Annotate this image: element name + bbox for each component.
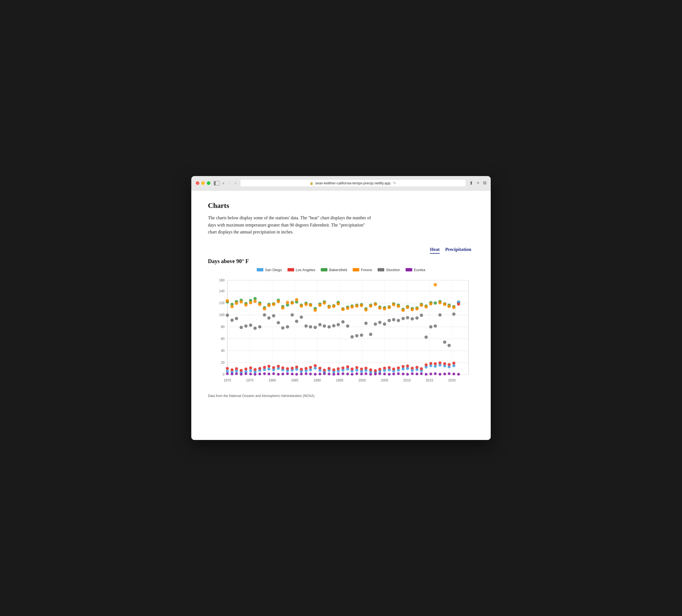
svg-point-118 <box>341 308 345 311</box>
svg-point-96 <box>240 300 243 303</box>
svg-text:2010: 2010 <box>403 379 411 382</box>
legend-fresno: Fresno <box>353 268 372 272</box>
svg-point-114 <box>323 301 326 305</box>
reload-icon[interactable]: ↻ <box>393 181 396 185</box>
svg-point-94 <box>230 305 234 308</box>
forward-button[interactable]: › <box>234 181 236 186</box>
tab-heat[interactable]: Heat <box>430 247 440 254</box>
traffic-lights <box>196 181 210 185</box>
back-button[interactable]: ‹ <box>228 181 231 186</box>
svg-point-293 <box>443 362 446 365</box>
svg-point-104 <box>277 300 280 303</box>
page-title: Charts <box>208 202 474 210</box>
svg-point-185 <box>415 316 418 320</box>
svg-point-178 <box>383 322 386 326</box>
maximize-button[interactable] <box>207 181 210 185</box>
svg-point-276 <box>365 366 368 369</box>
svg-point-285 <box>406 364 409 367</box>
svg-point-146 <box>235 317 238 320</box>
svg-point-190 <box>438 313 441 317</box>
svg-point-111 <box>309 303 312 307</box>
svg-point-93 <box>226 299 229 302</box>
sidebar-toggle[interactable] <box>214 181 220 185</box>
close-button[interactable] <box>196 181 199 185</box>
svg-point-311 <box>291 372 294 375</box>
svg-point-249 <box>240 369 243 372</box>
browser-window: ∨ ‹ › 🔒 sean-kelliher-california-temps-p… <box>191 176 491 440</box>
svg-point-173 <box>360 334 363 337</box>
svg-point-248 <box>235 367 238 370</box>
svg-text:1990: 1990 <box>314 379 321 382</box>
svg-point-100 <box>258 303 262 306</box>
page-description: The charts below display some of the sta… <box>208 214 374 236</box>
svg-point-287 <box>415 366 418 369</box>
svg-point-269 <box>333 368 336 371</box>
svg-point-169 <box>341 320 345 323</box>
address-bar[interactable]: 🔒 sean-kelliher-california-temps-precip.… <box>240 179 466 187</box>
svg-point-321 <box>337 372 340 375</box>
tab-precipitation[interactable]: Precipitation <box>445 247 471 254</box>
legend-dot-bakersfield <box>321 268 327 271</box>
tabs-icon[interactable]: ⧉ <box>483 181 486 186</box>
svg-point-253 <box>258 367 262 370</box>
svg-point-170 <box>346 324 349 328</box>
svg-point-347 <box>457 373 460 375</box>
svg-point-120 <box>350 305 354 309</box>
legend-eureka: Eureka <box>406 268 425 272</box>
svg-point-122 <box>360 304 363 307</box>
svg-point-256 <box>272 366 275 369</box>
svg-point-184 <box>411 317 414 320</box>
svg-point-246 <box>226 367 229 370</box>
minimize-button[interactable] <box>201 181 205 185</box>
svg-point-252 <box>254 368 257 371</box>
svg-point-291 <box>434 362 437 365</box>
legend-dot-eureka <box>406 268 412 271</box>
svg-point-336 <box>406 373 409 375</box>
svg-point-316 <box>314 373 317 375</box>
svg-point-87 <box>434 301 437 305</box>
svg-point-261 <box>295 365 298 368</box>
svg-text:1995: 1995 <box>336 379 343 382</box>
legend-label-bakersfield: Bakersfield <box>329 268 347 272</box>
svg-point-286 <box>411 366 414 369</box>
svg-point-176 <box>374 322 377 326</box>
svg-text:2020: 2020 <box>448 379 456 382</box>
svg-point-278 <box>374 369 377 372</box>
svg-point-179 <box>388 319 391 322</box>
legend-los-angeles: Los Angeles <box>288 268 316 272</box>
svg-point-313 <box>300 372 303 375</box>
chart-legend: San Diego Los Angeles Bakersfield Fresno… <box>208 268 474 272</box>
svg-point-333 <box>392 372 395 375</box>
svg-point-161 <box>304 324 308 328</box>
svg-point-265 <box>314 364 317 367</box>
svg-point-153 <box>267 316 271 320</box>
new-tab-icon[interactable]: + <box>477 181 479 186</box>
svg-point-191 <box>443 340 446 344</box>
share-icon[interactable]: ⬆ <box>469 181 473 186</box>
svg-point-158 <box>291 313 294 317</box>
svg-point-267 <box>323 368 326 371</box>
svg-point-186 <box>420 314 423 317</box>
svg-point-145 <box>230 319 234 322</box>
browser-chrome: ∨ ‹ › 🔒 sean-kelliher-california-temps-p… <box>191 176 491 190</box>
svg-point-297 <box>226 372 229 375</box>
svg-text:1975: 1975 <box>246 379 254 382</box>
svg-point-182 <box>402 317 405 320</box>
legend-bakersfield: Bakersfield <box>321 268 347 272</box>
svg-point-302 <box>249 372 252 375</box>
svg-point-255 <box>268 365 271 368</box>
svg-text:80: 80 <box>221 325 225 329</box>
svg-point-306 <box>268 372 270 375</box>
svg-point-299 <box>235 372 238 375</box>
legend-dot-los-angeles <box>288 268 294 271</box>
legend-dot-fresno <box>353 268 359 271</box>
svg-point-254 <box>263 366 266 369</box>
svg-text:2015: 2015 <box>426 379 433 382</box>
legend-stockton: Stockton <box>378 268 400 272</box>
svg-point-326 <box>360 372 363 375</box>
svg-point-308 <box>277 373 280 375</box>
svg-point-152 <box>263 313 266 317</box>
svg-point-295 <box>452 362 455 365</box>
svg-point-258 <box>281 366 285 369</box>
svg-point-123 <box>364 308 368 312</box>
